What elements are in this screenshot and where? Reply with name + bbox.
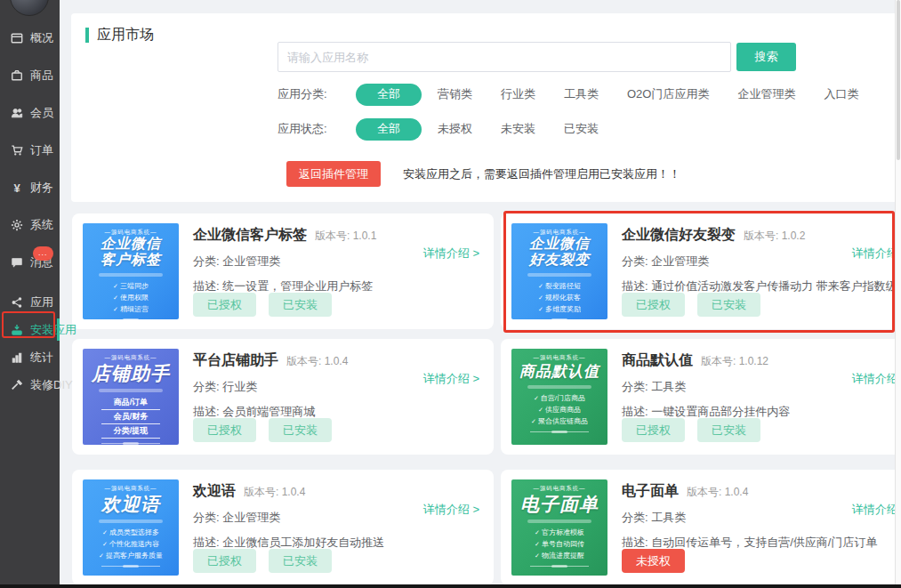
- app-title: 商品默认值: [622, 352, 693, 367]
- category-all-pill[interactable]: 全部: [356, 84, 422, 106]
- install-notice-text: 安装应用之后，需要返回插件管理启用已安装应用！！: [403, 166, 680, 182]
- authorized-badge[interactable]: 已授权: [622, 418, 685, 442]
- thumb-ribbon: —源码电商系统—: [86, 228, 174, 235]
- thumb-subtitle-bar: [527, 385, 591, 389]
- thumb-subtitle-bar: [99, 273, 162, 277]
- sidebar-item-system[interactable]: 系统: [0, 206, 60, 244]
- app-thumbnail: —源码电商系统— 电子面单 官方标准模板 单号自动回传 物流进度提醒: [511, 479, 607, 576]
- thumb-item: 会员/财务: [101, 410, 161, 424]
- scrollbar-thumb[interactable]: [897, 0, 900, 160]
- sidebar-item-stats[interactable]: 统计: [0, 343, 60, 371]
- app-card-welcome-message: —源码电商系统— 欢迎语 成员类型选择多 个性化推送内容 提高客户服务质量 欢迎…: [72, 470, 494, 585]
- vertical-scrollbar[interactable]: [895, 0, 901, 584]
- app-card-e-waybill: —源码电商系统— 电子面单 官方标准模板 单号自动回传 物流进度提醒 电子面单版…: [501, 470, 901, 585]
- sidebar-item-goods[interactable]: 商品: [0, 57, 60, 94]
- sidebar-item-label: 应用: [30, 294, 53, 310]
- status-installed[interactable]: 已安装: [564, 121, 599, 137]
- sidebar-item-label: 安装应用: [30, 322, 76, 338]
- installed-badge[interactable]: 已安装: [269, 549, 332, 573]
- app-title: 电子面单: [622, 483, 679, 498]
- diy-icon: [10, 378, 24, 392]
- thumb-footer-bar: [530, 431, 590, 432]
- sidebar-item-members[interactable]: 会员: [0, 94, 60, 132]
- installed-badge[interactable]: 已安装: [697, 293, 760, 317]
- app-status-badges: 未授权: [622, 549, 685, 573]
- detail-link[interactable]: 详情介绍 >: [423, 371, 479, 387]
- authorized-badge[interactable]: 已授权: [193, 418, 256, 442]
- detail-link[interactable]: 详情介绍 >: [852, 246, 901, 262]
- app-status-badges: 已授权 已安装: [193, 293, 332, 317]
- app-version: 版本号: 1.0.2: [744, 230, 805, 242]
- thumb-subtitle-bar: [527, 520, 591, 523]
- thumb-bullet: 物流进度提醒: [511, 550, 607, 561]
- app-status-badges: 已授权 已安装: [622, 418, 760, 442]
- app-card-product-defaults: —源码电商系统— 商品默认值 自营/门店商品 供应商商品 聚合供应链商品 商品默…: [501, 339, 901, 455]
- category-tools[interactable]: 工具类: [564, 86, 599, 102]
- search-input[interactable]: [278, 42, 731, 72]
- page-title: 应用市场: [85, 26, 154, 44]
- app-thumbnail: —源码电商系统— 企业微信 客户标签 三端同步 使用权限 精细运营: [83, 223, 179, 319]
- sidebar-item-diy[interactable]: 装修DIY: [0, 371, 60, 399]
- category-industry[interactable]: 行业类: [501, 86, 535, 102]
- thumb-bullet: 多维度奖励: [511, 303, 607, 315]
- category-enterprise[interactable]: 企业管理类: [737, 86, 795, 102]
- status-all-pill[interactable]: 全部: [356, 118, 422, 141]
- app-version: 版本号: 1.0.12: [701, 355, 768, 367]
- sidebar-item-label: 概况: [30, 30, 53, 46]
- sidebar-item-orders[interactable]: 订单: [0, 132, 60, 169]
- thumb-bullet: 使用权限: [83, 292, 179, 303]
- thumb-subtitle-bar: [527, 273, 591, 277]
- thumb-title: 店铺助手: [83, 363, 179, 384]
- sidebar-menu-apps: 应用 安装应用 统计 装修DIY: [0, 288, 60, 399]
- app-title: 企业微信客户标签: [193, 227, 307, 242]
- status-unauthorized[interactable]: 未授权: [438, 121, 472, 137]
- filter-panel: 应用市场 搜索 应用分类: 全部 营销类 行业类 工具类 O2O门店应用类 企业…: [71, 13, 901, 202]
- app-title: 平台店铺助手: [193, 352, 278, 367]
- detail-link[interactable]: 详情介绍 >: [423, 246, 479, 262]
- category-o2o[interactable]: O2O门店应用类: [627, 86, 709, 102]
- status-filter-row: 应用状态: 全部 未授权 未安装 已安装: [278, 117, 599, 141]
- installed-badge[interactable]: 已安装: [269, 293, 332, 317]
- goods-icon: [10, 68, 24, 83]
- thumb-ribbon: —源码电商系统—: [86, 353, 174, 360]
- avatar[interactable]: [10, 0, 49, 16]
- thumb-bullet: 供应商商品: [511, 404, 607, 415]
- sidebar-item-install-apps[interactable]: 安装应用: [0, 316, 60, 343]
- category-marketing[interactable]: 营销类: [438, 86, 472, 102]
- sidebar-item-label: 会员: [30, 105, 53, 121]
- back-to-plugins-button[interactable]: 返回插件管理: [286, 161, 381, 187]
- thumb-title: 企业微信: [83, 236, 179, 252]
- thumb-title: 商品默认值: [511, 363, 607, 381]
- thumb-bullet: 自营/门店商品: [511, 392, 607, 404]
- authorized-badge[interactable]: 已授权: [193, 293, 256, 317]
- page-title-text: 应用市场: [97, 26, 154, 44]
- app-thumbnail: —源码电商系统— 商品默认值 自营/门店商品 供应商商品 聚合供应链商品: [511, 349, 607, 445]
- thumb-title: 客户标签: [83, 252, 179, 268]
- sidebar-menu-main: 概况 商品 会员 订单 ¥ 财务 系统: [0, 20, 60, 281]
- sidebar-item-finance[interactable]: ¥ 财务: [0, 169, 60, 206]
- action-row: 返回插件管理 安装应用之后，需要返回插件管理启用已安装应用！！: [286, 161, 680, 187]
- sidebar-item-apps[interactable]: 应用: [0, 288, 60, 316]
- authorized-badge[interactable]: 已授权: [193, 549, 256, 573]
- installed-badge[interactable]: 已安装: [269, 418, 332, 442]
- unauthorized-badge[interactable]: 未授权: [622, 549, 685, 573]
- sidebar: 概况 商品 会员 订单 ¥ 财务 系统: [0, 0, 60, 588]
- detail-link[interactable]: 详情介绍 >: [852, 502, 901, 518]
- thumb-subtitle-bar: [99, 520, 162, 523]
- authorized-badge[interactable]: 已授权: [622, 293, 685, 317]
- search-button[interactable]: 搜索: [736, 43, 796, 71]
- category-entry[interactable]: 入口类: [824, 86, 858, 102]
- status-uninstalled[interactable]: 未安装: [501, 121, 535, 137]
- sidebar-item-overview[interactable]: 概况: [0, 20, 60, 57]
- app-version: 版本号: 1.0.4: [687, 486, 748, 498]
- sidebar-item-messages[interactable]: 消息 ...: [0, 244, 60, 281]
- detail-link[interactable]: 详情介绍 >: [852, 371, 901, 387]
- app-status-badges: 已授权 已安装: [622, 293, 760, 317]
- app-status-badges: 已授权 已安装: [193, 549, 332, 573]
- category-filter-row: 应用分类: 全部 营销类 行业类 工具类 O2O门店应用类 企业管理类 入口类: [278, 83, 858, 106]
- installed-badge[interactable]: 已安装: [697, 418, 760, 442]
- bottom-edge-bar: [0, 584, 901, 588]
- app-thumbnail: —源码电商系统— 店铺助手 商品/订单 会员/财务 分类/提现: [83, 349, 179, 445]
- detail-link[interactable]: 详情介绍 >: [423, 502, 479, 518]
- message-count-badge: ...: [33, 246, 53, 261]
